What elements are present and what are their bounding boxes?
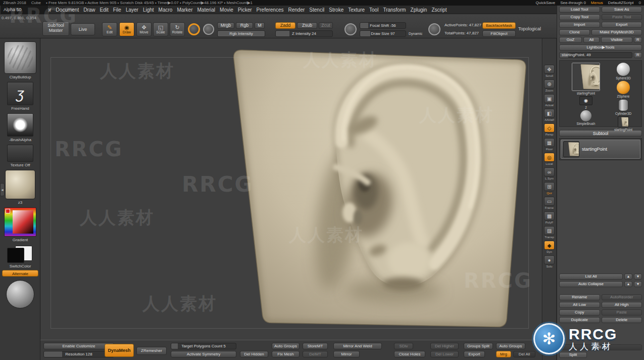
active-tool-slider[interactable]: startingPoint. 49 [559, 52, 632, 58]
topological-toggle[interactable]: Topological [518, 26, 541, 31]
save-as-button[interactable]: Save As [602, 7, 642, 13]
goz-visible-button[interactable]: Visible [601, 37, 632, 43]
move-button[interactable]: ✥ Move [136, 22, 152, 36]
tool-thumb-startingpoint-2[interactable]: startingPoint [614, 116, 632, 131]
tool-thumb-cylinder3d[interactable]: Cylinder3D [615, 99, 631, 115]
menu-movie[interactable]: Movie [220, 7, 233, 13]
resolution-slider[interactable]: Resolution 128 [43, 351, 114, 357]
clone-button[interactable]: Clone [559, 29, 590, 35]
mrgb-button[interactable]: Mrgb [217, 22, 234, 29]
zadd-button[interactable]: Zadd [275, 22, 295, 29]
menu-texture[interactable]: Texture [348, 7, 365, 13]
color-picker[interactable] [4, 207, 36, 237]
dynamic-label[interactable]: Dynamic [409, 32, 422, 35]
subtool-item-startingpoint[interactable]: startingPoint [561, 140, 640, 159]
shelf-collapse-handle[interactable]: ◄ [0, 183, 5, 196]
tool-thumb-startingpoint[interactable]: startingPoint [572, 63, 600, 95]
shelf-floor-button[interactable]: ▦Floor [542, 138, 556, 151]
zscript-selector[interactable]: DefaultZScript [608, 1, 634, 5]
menu-macro[interactable]: Macro [159, 7, 173, 13]
close-holes-button[interactable]: Close Holes [394, 351, 425, 357]
quicksave-button[interactable]: QuickSave [535, 1, 555, 5]
lightbox-tools-button[interactable]: Lightbox▶Tools [559, 44, 642, 51]
subtool-up-button[interactable]: ▴ [624, 274, 632, 280]
tool-thumb-simplebrush[interactable]: SimpleBrush [577, 110, 596, 125]
shelf-frame-button[interactable]: ▭Frame [542, 197, 556, 210]
tool-thumb-zsphere[interactable]: ZSphere [617, 81, 630, 98]
menu-zplugin[interactable]: Zplugin [411, 7, 427, 13]
shelf-qvz-button[interactable]: ⊞Qvz [542, 182, 556, 195]
enable-customize-button[interactable]: Enable Customize [43, 343, 114, 349]
autoreorder-button[interactable]: AutoReorder [602, 294, 642, 300]
shelf-lsym-button[interactable]: ∞L.Sym [542, 167, 556, 181]
goz-r-button[interactable]: R [634, 37, 642, 43]
del-higher-button[interactable]: Del Higher [430, 343, 459, 349]
collapse-down-button[interactable]: ▾ [634, 281, 642, 287]
tool-thumb-eyes[interactable]: ◉ 2 [579, 96, 592, 109]
draw-button[interactable]: ◉ Draw [119, 22, 134, 36]
target-polygons-slider[interactable]: Target Polygons Count 5 [171, 343, 236, 349]
m-button[interactable]: M [255, 22, 265, 29]
shelf-polyf-button[interactable]: ▩PolyF [542, 211, 556, 224]
tool-thumb-sphere3d[interactable]: Sphere3D [616, 63, 630, 80]
menu-zscript[interactable]: Zscript [431, 7, 447, 13]
stroke-curve-icon[interactable] [428, 23, 440, 35]
mirror-button[interactable]: Mirror [333, 351, 360, 357]
del-hidden-button[interactable]: Del Hidden [240, 351, 268, 357]
auto-collapse-button[interactable]: Auto Collapse [559, 281, 623, 287]
activate-symmetry-button[interactable]: Activate Symmetry [171, 351, 236, 357]
zcut-button[interactable]: Zcut [319, 22, 333, 29]
sdiv-button[interactable]: SDiv [394, 343, 413, 349]
tool-r-button[interactable]: R [634, 52, 642, 58]
auto-groups-2-button[interactable]: Auto Groups [496, 343, 525, 349]
texture-thumbnail[interactable] [7, 145, 33, 162]
live-boolean-button[interactable]: Live Boolean [71, 23, 95, 35]
menu-preferences[interactable]: Preferences [257, 7, 284, 13]
focal-shift-slider[interactable]: Focal Shift -56 [360, 22, 406, 29]
collapse-up-button[interactable]: ▴ [624, 281, 632, 287]
shelf-actual-button[interactable]: ▣Actual [542, 94, 556, 107]
primary-color-swatch[interactable] [7, 248, 24, 263]
subtool-down-button[interactable]: ▾ [634, 274, 642, 280]
del-all-mesh-button[interactable]: Del All [513, 351, 535, 357]
material-thumbnail[interactable] [5, 170, 35, 199]
shelf-scroll-button[interactable]: ✥Scroll [542, 65, 556, 78]
shelf-local-button[interactable]: ◎Local [542, 153, 556, 166]
all-high-button[interactable]: All High [602, 302, 642, 308]
rotate-button[interactable]: ↻ Rotate [170, 22, 185, 36]
menus-toggle[interactable]: Menus [591, 1, 603, 5]
rgb-intensity-slider[interactable]: Rgb Intensity [217, 30, 265, 37]
edit-button[interactable]: ✎ Edit [102, 22, 117, 36]
menu-marker[interactable]: Marker [177, 7, 192, 13]
paste-subtool-button[interactable]: Paste [602, 309, 642, 316]
menu-stroke[interactable]: Stroke [329, 7, 343, 13]
z-intensity-slider[interactable]: Z Intensity 24 [275, 30, 333, 37]
menu-draw[interactable]: Draw [83, 7, 95, 13]
brush-thumbnail[interactable] [4, 41, 36, 74]
shelf-zoom-button[interactable]: ⊕Zoom [542, 79, 556, 93]
shelf-dyn-button[interactable]: ◆Dyn [542, 241, 556, 254]
load-tool-button[interactable]: Load Tool [559, 7, 600, 13]
export-button[interactable]: Export [602, 22, 642, 28]
alpha-thumbnail[interactable] [7, 113, 33, 137]
color-picker-inner[interactable] [13, 210, 33, 234]
list-all-button[interactable]: List All [559, 274, 623, 280]
scale-button[interactable]: ◱ Scale [153, 22, 168, 36]
goz-button[interactable]: GoZ [559, 37, 582, 43]
brush-curve-icon[interactable] [188, 23, 200, 35]
shelf-aahalf-button[interactable]: ◧AAHalf [542, 109, 556, 122]
storemt-button[interactable]: StoreMT [303, 343, 328, 349]
viewport[interactable] [40, 38, 542, 340]
menu-render[interactable]: Render [288, 7, 305, 13]
backfacemask-button[interactable]: BackfaceMask [482, 22, 516, 29]
menu-file[interactable]: File [113, 7, 121, 13]
shelf-transp-button[interactable]: ▨Transp [542, 226, 556, 239]
seethrough-slider[interactable]: See-through 0 [560, 1, 586, 5]
make-polymesh3d-button[interactable]: Make PolyMesh3D [591, 29, 642, 35]
menu-stencil[interactable]: Stencil [309, 7, 324, 13]
fix-mesh-button[interactable]: Fix Mesh [272, 351, 300, 357]
zsub-button[interactable]: Zsub [297, 22, 317, 29]
alternate-button[interactable]: Alternate [2, 270, 38, 277]
dynamesh-button[interactable]: DynaMesh [105, 344, 134, 357]
fillobject-button[interactable]: FillObject [482, 30, 516, 37]
